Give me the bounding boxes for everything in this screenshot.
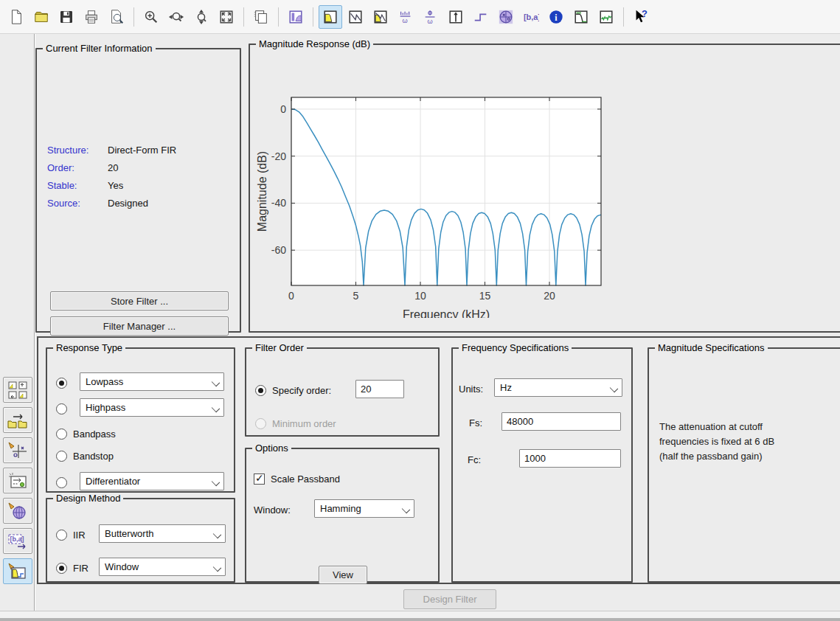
filter-manager-button[interactable]: Filter Manager ... [50,316,229,336]
save-session-button[interactable] [55,5,78,29]
info-row-source: Source: Designed [47,194,176,212]
filter-specifications-button[interactable] [569,5,593,29]
design-filter-button[interactable]: Design Filter [403,589,496,609]
chevron-down-icon [212,478,220,486]
svg-text:Frequency (kHz): Frequency (kHz) [403,308,490,318]
chevron-down-icon [212,378,220,386]
view-button[interactable]: View [319,566,367,584]
fc-row: Fc: [468,452,481,467]
full-view-button[interactable] [215,5,238,29]
print-preview-button[interactable] [105,5,128,29]
highpass-select[interactable]: Highpass [80,398,224,417]
magnitude-response-title: Magnitude Response (dB) [256,38,373,49]
svg-text:0: 0 [288,290,294,302]
zoom-x-button[interactable] [164,5,188,29]
scale-passband-label: Scale Passband [271,473,340,485]
order-label: Order: [47,162,108,173]
source-label: Source: [47,198,108,209]
full-view-analysis-icon [288,9,304,25]
lowpass-select[interactable]: Lowpass [80,372,224,391]
pole-zero-plot-button[interactable] [494,5,518,29]
filter-coefficients-button[interactable]: [b,a] [519,5,543,29]
import-filter-button[interactable]: [b,a] [3,528,32,554]
iir-radio[interactable] [56,530,67,541]
svg-text:20: 20 [544,290,555,302]
full-view-analysis-button[interactable] [284,5,308,29]
design-filter-sidebar-button[interactable] [3,558,32,584]
highpass-radio[interactable] [56,403,67,414]
chevron-down-icon [213,563,221,572]
differentiator-radio[interactable] [56,477,67,488]
svg-text:Magnitude (dB): Magnitude (dB) [256,151,268,232]
scale-passband-row: Scale Passband [254,471,340,486]
frequency-specifications-title: Frequency Specifications [459,342,572,353]
fc-input[interactable] [519,449,621,468]
window-select-value: Hamming [320,503,361,514]
toolbar-separator [243,7,244,27]
status-bar [0,611,840,621]
scale-passband-checkbox[interactable] [254,473,265,485]
fir-method-select[interactable]: Window [99,558,226,576]
filter-coefficients-icon: [b,a] [523,9,539,25]
bandstop-label: Bandstop [73,451,114,462]
set-quantization-parameters-button[interactable] [3,498,32,524]
window-select[interactable]: Hamming [314,499,414,518]
phase-delay-button[interactable]: ω [419,5,442,29]
bandstop-radio[interactable] [56,451,67,462]
step-response-button[interactable] [469,5,493,29]
info-row-order: Order: 20 [47,159,176,176]
fir-radio-row: FIR [56,561,88,575]
magnitude-response-plot[interactable]: 051015200-20-40-60Frequency (kHz)Magnitu… [256,73,628,318]
differentiator-select[interactable]: Differentiator [80,472,224,490]
differentiator-radio-row [56,475,67,490]
status-bar-edge [0,618,840,621]
lowpass-radio[interactable] [56,378,67,389]
open-session-button[interactable] [29,5,53,29]
new-session-button[interactable] [4,5,28,29]
create-multirate-filter-button[interactable] [3,468,32,493]
realize-model-icon [7,381,28,400]
source-value: Designed [108,198,148,209]
specify-order-label: Specify order: [272,385,331,396]
impulse-response-button[interactable] [444,5,468,29]
fir-radio[interactable] [56,563,67,574]
fs-label: Fs: [469,417,482,429]
filter-order-title: Filter Order [252,342,307,353]
magnitude-and-phase-button[interactable] [369,5,392,29]
design-method-panel: Design Method IIR Butterworth FIR Window [46,493,235,583]
zoom-in-button[interactable] [139,5,163,29]
bandpass-radio[interactable] [56,429,67,440]
specify-order-input[interactable] [355,380,404,398]
specify-order-radio[interactable] [255,385,266,396]
transform-filter-button[interactable] [3,407,32,433]
store-filter-button[interactable]: Store Filter ... [50,291,229,310]
phase-response-button[interactable] [344,5,367,29]
store-filter-label: Store Filter ... [111,296,168,307]
order-value: 20 [108,162,118,173]
fc-label: Fc: [468,454,481,465]
magnitude-response-button[interactable] [319,5,342,29]
svg-text:-40: -40 [271,197,286,209]
highpass-select-value: Highpass [86,402,125,413]
print-to-figure-button[interactable] [249,5,273,29]
zoom-y-button[interactable] [190,5,213,29]
print-preview-icon [108,9,125,25]
units-select[interactable]: Hz [494,378,622,397]
differentiator-select-value: Differentiator [86,476,140,487]
help-button[interactable]: ? [629,5,653,29]
pole-zero-editor-button[interactable] [3,437,32,463]
iir-radio-row: IIR [56,527,86,542]
print-to-figure-icon [253,9,269,25]
realize-model-button[interactable] [3,377,32,403]
filter-manager-label: Filter Manager ... [103,321,176,332]
filter-specifications-icon [573,9,589,25]
print-button[interactable] [80,5,103,29]
filter-information-button[interactable]: i [544,5,568,29]
fs-input[interactable] [501,412,621,431]
svg-text:15: 15 [479,290,491,302]
iir-method-select[interactable]: Butterworth [99,524,226,543]
toolbar-separator [313,7,313,27]
new-session-icon [8,9,24,25]
round-off-noise-power-button[interactable] [594,5,618,29]
group-delay-button[interactable]: ω [394,5,417,29]
